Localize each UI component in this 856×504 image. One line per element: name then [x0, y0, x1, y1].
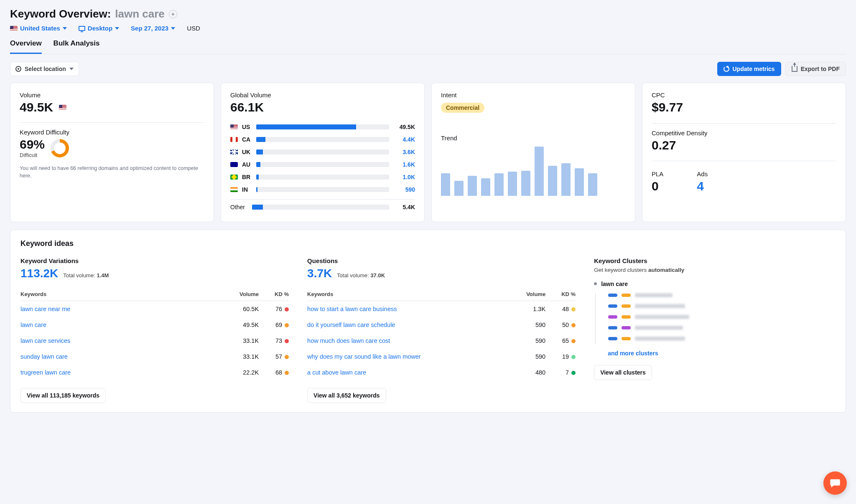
update-metrics-button[interactable]: Update metrics	[717, 62, 781, 76]
gv-value-link[interactable]: 1.6K	[393, 161, 415, 168]
filter-country[interactable]: United States	[10, 25, 67, 32]
keyword-link[interactable]: trugreen lawn care	[20, 369, 71, 376]
view-all-clusters-button[interactable]: View all clusters	[594, 365, 652, 380]
page-title: Keyword Overview: lawn care +	[10, 8, 846, 20]
table-row: do it yourself lawn care schedule59050	[307, 317, 576, 333]
table-row: a cut above lawn care4807	[307, 365, 576, 380]
gv-value-link[interactable]: 4.4K	[393, 136, 415, 143]
tabs: Overview Bulk Analysis	[10, 39, 846, 54]
keyword-link[interactable]: how to start a lawn care business	[307, 306, 397, 312]
gv-bar	[256, 162, 389, 167]
us-flag-icon	[10, 26, 18, 31]
th-kd: KD %	[545, 288, 576, 301]
table-row: lawn care49.5K69	[20, 317, 289, 333]
cluster-child[interactable]	[608, 326, 836, 330]
kw-kd: 57	[259, 349, 289, 365]
title-keyword: lawn care	[115, 8, 165, 20]
cluster-pill-icon	[608, 294, 617, 297]
more-clusters-link[interactable]: and more clusters	[608, 350, 836, 357]
gv-bar	[256, 175, 389, 180]
kw-kd: 65	[545, 333, 576, 349]
cluster-blurred-text	[635, 315, 689, 319]
us-flag-icon	[59, 105, 66, 110]
toolbar: Select location Update metrics Export to…	[10, 62, 846, 76]
cluster-blurred-text	[635, 304, 685, 308]
cpc-label: CPC	[652, 91, 836, 99]
add-keyword-icon[interactable]: +	[169, 10, 177, 18]
chevron-down-icon	[115, 27, 119, 30]
volume-value: 49.5K	[20, 100, 204, 115]
keyword-ideas-title: Keyword ideas	[20, 239, 836, 248]
export-icon	[792, 66, 797, 72]
keyword-link[interactable]: lawn care services	[20, 337, 70, 344]
th-volume: Volume	[193, 288, 259, 301]
gv-value-link[interactable]: 1.0K	[393, 174, 415, 180]
location-pin-icon	[15, 66, 21, 72]
kw-volume: 49.5K	[193, 317, 259, 333]
keyword-link[interactable]: do it yourself lawn care schedule	[307, 322, 395, 328]
th-keywords: Keywords	[307, 288, 511, 301]
kw-volume: 480	[511, 365, 546, 380]
questions-column: Questions 3.7K Total volume: 37.0K Keywo…	[307, 257, 576, 403]
questions-count-link[interactable]: 3.7K	[307, 267, 332, 280]
tab-overview[interactable]: Overview	[10, 39, 42, 54]
keyword-link[interactable]: a cut above lawn care	[307, 369, 366, 376]
intent-label: Intent	[441, 91, 626, 99]
cluster-child[interactable]	[608, 293, 836, 297]
trend-bar	[575, 168, 584, 196]
cluster-child[interactable]	[608, 315, 836, 319]
keyword-link[interactable]: how much does lawn care cost	[307, 337, 390, 344]
clusters-title: Keyword Clusters	[594, 257, 836, 264]
desktop-icon	[79, 26, 85, 31]
kd-dot-icon	[571, 307, 576, 312]
filter-date[interactable]: Sep 27, 2023	[131, 25, 175, 32]
tab-bulk-analysis[interactable]: Bulk Analysis	[54, 39, 100, 54]
table-row: lawn care services33.1K73	[20, 333, 289, 349]
cluster-child[interactable]	[608, 337, 836, 341]
kw-kd: 73	[259, 333, 289, 349]
gv-value-link[interactable]: 590	[393, 186, 415, 193]
th-keywords: Keywords	[20, 288, 193, 301]
gv-value-link[interactable]: 3.6K	[393, 149, 415, 155]
export-pdf-button[interactable]: Export to PDF	[785, 62, 846, 76]
kd-label: Keyword Difficulty	[20, 129, 204, 136]
kd-dot-icon	[285, 355, 289, 359]
table-row: how to start a lawn care business1.3K48	[307, 301, 576, 317]
kw-kd: 50	[545, 317, 576, 333]
br-flag-icon	[230, 175, 238, 180]
keyword-ideas-card: Keyword ideas Keyword Variations 113.2K …	[10, 230, 846, 413]
view-all-variations-button[interactable]: View all 113,185 keywords	[20, 388, 106, 403]
variations-count-link[interactable]: 113.2K	[20, 267, 58, 280]
cluster-pill-icon	[622, 294, 631, 297]
select-location-label: Select location	[25, 66, 66, 72]
kw-volume: 1.3K	[511, 301, 546, 317]
view-all-questions-button[interactable]: View all 3,652 keywords	[307, 388, 386, 403]
questions-table: Keywords Volume KD % how to start a lawn…	[307, 288, 576, 380]
cluster-blurred-text	[635, 293, 673, 297]
kw-kd: 19	[545, 349, 576, 365]
cluster-pill-icon	[608, 337, 617, 340]
keyword-link[interactable]: why does my car sound like a lawn mower	[307, 353, 421, 360]
gv-other-label: Other	[230, 204, 248, 210]
kd-note: You will need to have 66 referring domai…	[20, 165, 204, 180]
trend-bar	[521, 171, 530, 196]
cd-label: Competitive Density	[652, 129, 836, 137]
th-kd: KD %	[259, 288, 289, 301]
global-volume-row: CA4.4K	[230, 133, 415, 146]
keyword-link[interactable]: sunday lawn care	[20, 353, 68, 360]
keyword-link[interactable]: lawn care near me	[20, 306, 70, 312]
intent-trend-card: Intent Commercial Trend	[431, 83, 635, 222]
trend-bar	[561, 163, 571, 196]
ads-value-link[interactable]: 4	[697, 179, 708, 194]
gv-country-code: CA	[242, 136, 252, 143]
kw-kd: 69	[259, 317, 289, 333]
in-flag-icon	[230, 187, 238, 192]
cluster-child[interactable]	[608, 304, 836, 308]
filter-device[interactable]: Desktop	[79, 25, 119, 32]
keyword-link[interactable]: lawn care	[20, 322, 46, 328]
table-row: lawn care near me60.5K76	[20, 301, 289, 317]
cluster-root[interactable]: lawn care	[594, 281, 836, 287]
select-location-dropdown[interactable]: Select location	[10, 62, 79, 76]
kd-word: Difficult	[20, 152, 45, 160]
global-volume-row: US49.5K	[230, 121, 415, 133]
